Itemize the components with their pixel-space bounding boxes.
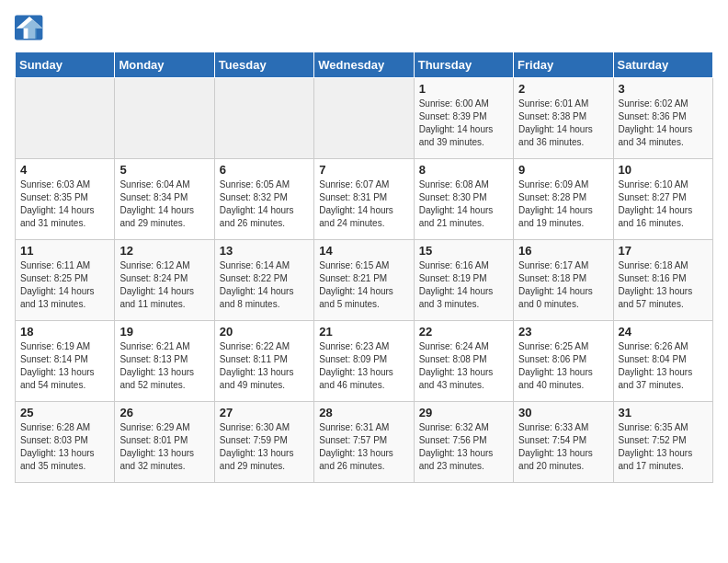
day-number: 13 <box>220 244 309 258</box>
day-info: Sunrise: 6:04 AM Sunset: 8:34 PM Dayligh… <box>119 178 209 230</box>
calendar-cell: 23Sunrise: 6:25 AM Sunset: 8:06 PM Dayli… <box>514 321 613 402</box>
day-info: Sunrise: 6:02 AM Sunset: 8:36 PM Dayligh… <box>619 98 708 149</box>
header-tuesday: Tuesday <box>214 52 313 78</box>
day-number: 24 <box>619 325 708 339</box>
day-number: 10 <box>619 163 708 177</box>
day-number: 21 <box>319 325 408 339</box>
calendar-table: SundayMondayTuesdayWednesdayThursdayFrid… <box>15 52 713 483</box>
calendar-cell: 7Sunrise: 6:07 AM Sunset: 8:31 PM Daylig… <box>314 159 414 240</box>
calendar-cell: 21Sunrise: 6:23 AM Sunset: 8:09 PM Dayli… <box>314 321 414 402</box>
day-info: Sunrise: 6:12 AM Sunset: 8:24 PM Dayligh… <box>119 259 209 311</box>
day-info: Sunrise: 6:24 AM Sunset: 8:08 PM Dayligh… <box>419 340 508 392</box>
day-number: 25 <box>20 406 109 419</box>
header-thursday: Thursday <box>414 52 513 78</box>
day-number: 29 <box>419 406 508 419</box>
day-info: Sunrise: 6:22 AM Sunset: 8:11 PM Dayligh… <box>220 340 309 392</box>
calendar-cell <box>314 78 414 159</box>
day-info: Sunrise: 6:33 AM Sunset: 7:54 PM Dayligh… <box>518 421 608 473</box>
calendar-cell: 11Sunrise: 6:11 AM Sunset: 8:25 PM Dayli… <box>16 240 115 321</box>
day-number: 26 <box>119 406 209 419</box>
calendar-cell: 31Sunrise: 6:35 AM Sunset: 7:52 PM Dayli… <box>613 402 712 483</box>
day-number: 14 <box>319 244 408 258</box>
calendar-cell: 18Sunrise: 6:19 AM Sunset: 8:14 PM Dayli… <box>16 321 115 402</box>
day-number: 7 <box>319 163 408 177</box>
calendar-cell <box>214 78 313 159</box>
day-info: Sunrise: 6:23 AM Sunset: 8:09 PM Dayligh… <box>319 340 408 392</box>
day-number: 19 <box>119 325 209 339</box>
calendar-cell: 29Sunrise: 6:32 AM Sunset: 7:56 PM Dayli… <box>414 402 513 483</box>
calendar-cell: 15Sunrise: 6:16 AM Sunset: 8:19 PM Dayli… <box>414 240 513 321</box>
day-info: Sunrise: 6:15 AM Sunset: 8:21 PM Dayligh… <box>319 259 408 311</box>
calendar-week-row: 4Sunrise: 6:03 AM Sunset: 8:35 PM Daylig… <box>16 159 713 240</box>
calendar-week-row: 11Sunrise: 6:11 AM Sunset: 8:25 PM Dayli… <box>16 240 713 321</box>
day-info: Sunrise: 6:10 AM Sunset: 8:27 PM Dayligh… <box>619 178 708 230</box>
page-header <box>15 15 713 40</box>
day-info: Sunrise: 6:01 AM Sunset: 8:38 PM Dayligh… <box>518 98 608 149</box>
calendar-cell: 17Sunrise: 6:18 AM Sunset: 8:16 PM Dayli… <box>613 240 712 321</box>
day-info: Sunrise: 6:05 AM Sunset: 8:32 PM Dayligh… <box>220 178 309 230</box>
day-number: 16 <box>518 244 608 258</box>
calendar-cell: 27Sunrise: 6:30 AM Sunset: 7:59 PM Dayli… <box>214 402 313 483</box>
day-info: Sunrise: 6:17 AM Sunset: 8:18 PM Dayligh… <box>518 259 608 311</box>
header-sunday: Sunday <box>16 52 115 78</box>
day-number: 6 <box>220 163 309 177</box>
calendar-cell: 10Sunrise: 6:10 AM Sunset: 8:27 PM Dayli… <box>613 159 712 240</box>
day-info: Sunrise: 6:09 AM Sunset: 8:28 PM Dayligh… <box>518 178 608 230</box>
calendar-cell: 8Sunrise: 6:08 AM Sunset: 8:30 PM Daylig… <box>414 159 513 240</box>
day-number: 2 <box>518 82 608 96</box>
calendar-cell: 19Sunrise: 6:21 AM Sunset: 8:13 PM Dayli… <box>115 321 214 402</box>
day-number: 23 <box>518 325 608 339</box>
header-saturday: Saturday <box>613 52 712 78</box>
header-wednesday: Wednesday <box>314 52 414 78</box>
day-info: Sunrise: 6:19 AM Sunset: 8:14 PM Dayligh… <box>20 340 109 392</box>
calendar-cell: 13Sunrise: 6:14 AM Sunset: 8:22 PM Dayli… <box>214 240 313 321</box>
calendar-cell: 22Sunrise: 6:24 AM Sunset: 8:08 PM Dayli… <box>414 321 513 402</box>
day-info: Sunrise: 6:31 AM Sunset: 7:57 PM Dayligh… <box>319 421 408 473</box>
header-monday: Monday <box>115 52 214 78</box>
day-info: Sunrise: 6:30 AM Sunset: 7:59 PM Dayligh… <box>220 421 309 473</box>
day-info: Sunrise: 6:03 AM Sunset: 8:35 PM Dayligh… <box>20 178 109 230</box>
day-info: Sunrise: 6:08 AM Sunset: 8:30 PM Dayligh… <box>419 178 508 230</box>
day-info: Sunrise: 6:32 AM Sunset: 7:56 PM Dayligh… <box>419 421 508 473</box>
calendar-week-row: 1Sunrise: 6:00 AM Sunset: 8:39 PM Daylig… <box>16 78 713 159</box>
day-info: Sunrise: 6:11 AM Sunset: 8:25 PM Dayligh… <box>20 259 109 311</box>
day-number: 20 <box>220 325 309 339</box>
day-number: 3 <box>619 82 708 96</box>
day-number: 5 <box>119 163 209 177</box>
day-number: 8 <box>419 163 508 177</box>
day-number: 1 <box>419 82 508 96</box>
calendar-week-row: 25Sunrise: 6:28 AM Sunset: 8:03 PM Dayli… <box>16 402 713 483</box>
day-number: 18 <box>20 325 109 339</box>
day-number: 27 <box>220 406 309 419</box>
calendar-cell: 12Sunrise: 6:12 AM Sunset: 8:24 PM Dayli… <box>115 240 214 321</box>
day-info: Sunrise: 6:18 AM Sunset: 8:16 PM Dayligh… <box>619 259 708 311</box>
day-info: Sunrise: 6:28 AM Sunset: 8:03 PM Dayligh… <box>20 421 109 473</box>
calendar-cell: 30Sunrise: 6:33 AM Sunset: 7:54 PM Dayli… <box>514 402 613 483</box>
day-number: 30 <box>518 406 608 419</box>
calendar-cell: 1Sunrise: 6:00 AM Sunset: 8:39 PM Daylig… <box>414 78 513 159</box>
calendar-header-row: SundayMondayTuesdayWednesdayThursdayFrid… <box>16 52 713 78</box>
calendar-cell: 6Sunrise: 6:05 AM Sunset: 8:32 PM Daylig… <box>214 159 313 240</box>
calendar-cell: 9Sunrise: 6:09 AM Sunset: 8:28 PM Daylig… <box>514 159 613 240</box>
calendar-cell <box>16 78 115 159</box>
calendar-cell: 16Sunrise: 6:17 AM Sunset: 8:18 PM Dayli… <box>514 240 613 321</box>
day-number: 28 <box>319 406 408 419</box>
calendar-cell: 4Sunrise: 6:03 AM Sunset: 8:35 PM Daylig… <box>16 159 115 240</box>
day-info: Sunrise: 6:21 AM Sunset: 8:13 PM Dayligh… <box>119 340 209 392</box>
day-info: Sunrise: 6:25 AM Sunset: 8:06 PM Dayligh… <box>518 340 608 392</box>
day-info: Sunrise: 6:07 AM Sunset: 8:31 PM Dayligh… <box>319 178 408 230</box>
day-info: Sunrise: 6:00 AM Sunset: 8:39 PM Dayligh… <box>419 98 508 149</box>
calendar-cell: 3Sunrise: 6:02 AM Sunset: 8:36 PM Daylig… <box>613 78 712 159</box>
calendar-cell: 14Sunrise: 6:15 AM Sunset: 8:21 PM Dayli… <box>314 240 414 321</box>
calendar-cell: 25Sunrise: 6:28 AM Sunset: 8:03 PM Dayli… <box>16 402 115 483</box>
calendar-cell <box>115 78 214 159</box>
day-number: 17 <box>619 244 708 258</box>
calendar-week-row: 18Sunrise: 6:19 AM Sunset: 8:14 PM Dayli… <box>16 321 713 402</box>
day-info: Sunrise: 6:26 AM Sunset: 8:04 PM Dayligh… <box>619 340 708 392</box>
day-number: 11 <box>20 244 109 258</box>
day-number: 4 <box>20 163 109 177</box>
logo-icon <box>15 15 44 40</box>
day-info: Sunrise: 6:35 AM Sunset: 7:52 PM Dayligh… <box>619 421 708 473</box>
calendar-cell: 20Sunrise: 6:22 AM Sunset: 8:11 PM Dayli… <box>214 321 313 402</box>
day-number: 31 <box>619 406 708 419</box>
